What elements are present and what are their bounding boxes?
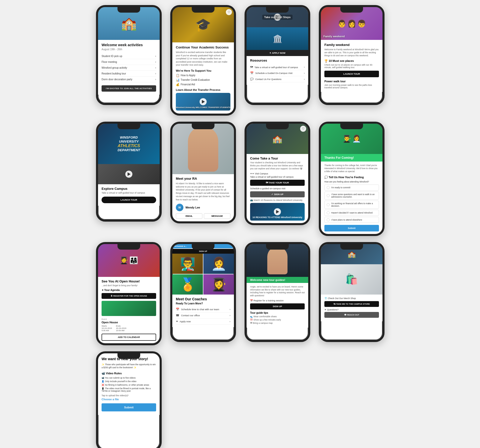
- upload-label: Tap to upload the video(s)*: [102, 394, 156, 397]
- apply-now-button[interactable]: ✦ APPLY NOW: [247, 50, 308, 56]
- play-icon: [276, 210, 279, 214]
- tip-label: 👟 Wear comfortable shoes: [250, 315, 277, 318]
- line3: Athletics: [118, 144, 140, 148]
- tour-body: Come Take a Tour Your student is checkin…: [247, 154, 308, 223]
- submit-button[interactable]: Submit: [102, 403, 156, 411]
- register-button[interactable]: 🗓 REGISTER FOR THE OPEN HOUSE: [102, 293, 156, 299]
- take-your-tour-button[interactable]: 🗺 TAKE YOUR TOUR: [250, 180, 305, 186]
- radio-option[interactable]: I'm ready to commit!: [324, 185, 379, 191]
- tour-title: Come Take a Tour: [250, 156, 305, 160]
- event-dates: Starts 10-24-2019 9:00 AM Ends 10-24-201…: [102, 325, 156, 332]
- reach-out-button[interactable]: 💬 REACH OUT: [324, 312, 379, 318]
- watch-section: 📺 Watch 10 Reasons to Attend Winsford Un…: [250, 199, 305, 201]
- radio-option[interactable]: Haven't decided if I want to attend Wins…: [324, 210, 379, 216]
- apply-link[interactable]: ✦ Apply now ›: [176, 319, 230, 325]
- phone-take-tour: 🏫 ♡ Come Take a Tour Your student is che…: [243, 122, 311, 236]
- line4: Department: [117, 148, 140, 152]
- avatar: W: [176, 204, 183, 211]
- family-body: Family weekend Welcome to Family weekend…: [321, 40, 382, 92]
- product-display: 🛍️: [321, 264, 382, 295]
- resources-title: Rosources: [250, 59, 305, 62]
- welcome-week-body: Welcome week activities August 19th - 26…: [98, 40, 160, 95]
- submit-button[interactable]: Submit: [324, 225, 379, 231]
- radio-dot: [327, 218, 330, 221]
- favorite-button[interactable]: ♡: [226, 9, 232, 15]
- resource-item[interactable]: 🗺 Take a virtual or self-guided tour of …: [250, 64, 305, 70]
- sign-up-button[interactable]: SIGN UP: [250, 303, 305, 309]
- choose-file-button[interactable]: Choose a file: [102, 398, 156, 401]
- play-icon: [128, 172, 131, 176]
- story-body: We want to hear your story! ✨ Those who …: [98, 353, 160, 415]
- rule-label: ❌ No filming in bathrooms, or other priv…: [102, 384, 149, 386]
- sign-up-button[interactable]: ✓ SIGN UP: [250, 191, 305, 197]
- merch-link[interactable]: 👕 Check Out Our Merch Shop: [324, 297, 379, 300]
- person-icon: 👨: [338, 19, 346, 28]
- feeling-section: 💭 Tell Us How You're Feeling: [324, 176, 379, 179]
- explore-title: Explore Campus: [102, 187, 156, 191]
- open-house-body: See You At Open House! ...and don't forg…: [98, 277, 160, 343]
- story-promo: ✨ Those who participate will have the op…: [102, 363, 156, 370]
- person-icon: 👨‍👩‍👧: [129, 256, 138, 265]
- rule-item: 👤 Only include yourself in the video: [102, 380, 156, 383]
- option-label: I have plans to attend elsewhere: [331, 219, 362, 221]
- schedule-link[interactable]: 📅 Schedule time to chat with our team ›: [176, 306, 230, 312]
- phone-open-house: 🧑‍🎓 👨‍👩‍👧 See You At Open House! ...and …: [95, 242, 163, 345]
- link-icon: 📅: [176, 308, 179, 311]
- how-to-apply-link[interactable]: 📋 How to Apply: [176, 74, 230, 77]
- contact-office-link[interactable]: ☎ Contact our office ›: [176, 312, 230, 319]
- launch-tour-button[interactable]: LAUNCH TOUR: [102, 197, 156, 203]
- message-button[interactable]: MESSAGE: [204, 213, 230, 219]
- coach-photo: 👩‍💼: [203, 254, 234, 274]
- link-icon: ✦: [176, 320, 178, 323]
- favorite-button[interactable]: ♡: [300, 126, 306, 132]
- reasons-video[interactable]: 10 REASONS TO ATTEND Winsford University: [250, 203, 305, 221]
- play-button[interactable]: [125, 171, 132, 178]
- financial-aid-link[interactable]: 💰 Financial Aid: [176, 83, 230, 86]
- link-icon: ☎: [176, 314, 179, 317]
- radio-option[interactable]: I have some questions and want to walk t…: [324, 192, 379, 200]
- add-to-calendar-button[interactable]: ADD TO CALENDAR: [102, 334, 156, 341]
- welcome-week-date: August 19th - 26th: [102, 48, 156, 51]
- visit-campus-link[interactable]: ✦✦ Visit Campus: [250, 172, 305, 175]
- play-button[interactable]: [274, 208, 281, 215]
- resource-item[interactable]: 💬 Contact Us For Questions ›: [250, 76, 305, 82]
- tip-label: ⏰ Show up a few minutes early: [250, 319, 281, 321]
- campus-photo: 🏛️: [247, 27, 308, 50]
- radio-dot: [327, 186, 330, 189]
- email-button[interactable]: EMAIL: [176, 213, 202, 219]
- resource-icon: 📅: [250, 71, 254, 74]
- list-item[interactable]: Winsford group activity ›: [102, 65, 156, 71]
- hero-inner: 🏛️: [247, 27, 308, 50]
- resource-item[interactable]: 📅 Schedule a Guided On-Campus Visit ›: [250, 70, 305, 76]
- arrow-icon: ›: [155, 66, 156, 69]
- radio-option[interactable]: I have plans to attend elsewhere: [324, 217, 379, 223]
- list-item[interactable]: Resident building tour ›: [102, 71, 156, 76]
- radio-dot: [327, 194, 330, 197]
- athletics-hero: WINSFORD UNIVERSITY Athletics Department: [98, 124, 160, 164]
- coach-photo: 👩‍🎓: [203, 274, 234, 295]
- campus-store-button[interactable]: 🛍 TAKE ME TO THE CAMPUS STORE: [324, 301, 379, 307]
- ends-label: Ends: [116, 325, 126, 327]
- event-title: Open House: [102, 321, 156, 324]
- coach-cell: 👩‍🎓: [203, 274, 234, 295]
- option-label: I have some questions and want to walk t…: [331, 193, 377, 198]
- launch-tour-button[interactable]: LAUNCH TOUR: [324, 71, 379, 77]
- transfer-video[interactable]: Winsford University WELCOMES TRANSFER ST…: [176, 93, 230, 111]
- register-training-link[interactable]: 📅 Register for a training session: [250, 299, 305, 302]
- item-label: Dorm door decoration party: [102, 78, 132, 81]
- play-button[interactable]: [200, 98, 207, 105]
- join-activities-button[interactable]: I'M EXCITED TO JOIN ALL THE ACTIVITIES: [102, 85, 156, 92]
- list-item[interactable]: Dorm door decoration party ›: [102, 76, 156, 82]
- coach-cell: 👩‍💼: [203, 254, 234, 274]
- radio-option[interactable]: I'm working on financial aid offers to m…: [324, 201, 379, 209]
- arrow-icon: ›: [155, 72, 156, 75]
- person-icon: 🧑‍🎓: [119, 256, 128, 265]
- list-item[interactable]: Student ID pick up ›: [102, 53, 156, 59]
- transfer-credit-link[interactable]: 📊 Transfer Credit Evaluation: [176, 78, 230, 82]
- list-item[interactable]: Floor meeting ›: [102, 59, 156, 65]
- phone-notch: [266, 124, 289, 129]
- starts-col: Starts 10-24-2019 9:00 AM: [102, 325, 112, 332]
- academic-body: Continue Your Academic Success Winsford …: [172, 42, 234, 114]
- phone-meet-coaches: Schedule a... SIGN UP 👨‍🏫 👩‍💼 🏅 👩‍🎓: [169, 242, 237, 345]
- link-icon: 📊: [176, 78, 180, 82]
